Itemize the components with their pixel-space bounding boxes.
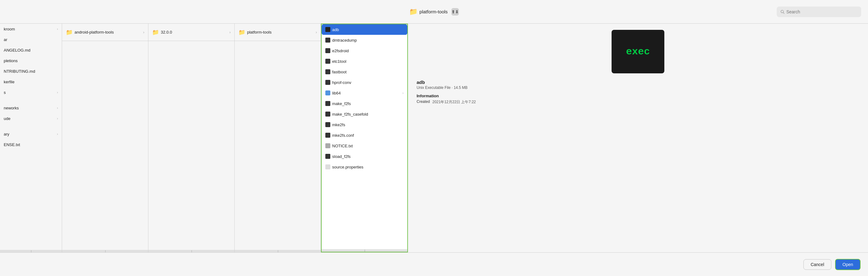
exec-icon (326, 37, 330, 43)
folder-icon: 📁 (66, 29, 73, 36)
chevron-right-icon: › (143, 30, 144, 34)
list-item-make_f2fs_casefold[interactable]: make_f2fs_casefold (321, 109, 407, 119)
exec-preview-text: exec (626, 46, 650, 57)
preview-panel: exec adb Unix Executable File · 14.5 MB … (408, 24, 868, 252)
text-file-icon (326, 143, 330, 148)
item-label: ude (4, 116, 10, 121)
cancel-button[interactable]: Cancel (803, 259, 831, 270)
item-label: ar (4, 37, 7, 42)
item-label: etc1tool (332, 59, 346, 64)
list-item[interactable]: s › (0, 87, 62, 98)
list-item[interactable]: pletions (0, 55, 62, 66)
search-box[interactable] (777, 6, 861, 17)
chevron-right-icon: › (57, 106, 58, 110)
list-item-spacer (0, 124, 62, 129)
list-item[interactable]: NTRIBUTING.md (0, 66, 62, 77)
list-item-adb[interactable]: adb (321, 24, 407, 35)
chevron-right-icon: › (229, 30, 231, 34)
chevron-right-icon: › (402, 91, 404, 95)
list-item[interactable]: ary › (0, 129, 62, 139)
preview-info-section: Information (416, 93, 859, 98)
toolbar-title: platform-tools (420, 9, 448, 14)
main-content: kroom › ar ANGELOG.md pletions NTRIBUTIN… (0, 24, 868, 252)
item-label: make_f2fs_casefold (332, 112, 368, 116)
column-1-items: kroom › ar ANGELOG.md pletions NTRIBUTIN… (0, 24, 62, 250)
column-2: 📁 android-platform-tools › (62, 24, 148, 252)
list-item-e2fsdroid[interactable]: e2fsdroid (321, 45, 407, 56)
search-input[interactable] (786, 9, 858, 14)
item-label: NTRIBUTING.md (4, 69, 35, 74)
list-item-mke2fs[interactable]: mke2fs (321, 119, 407, 130)
item-label: ANGELOG.md (4, 48, 30, 53)
exec-icon (326, 48, 330, 53)
list-item-make_f2fs[interactable]: make_f2fs (321, 98, 407, 109)
list-item[interactable]: kroom › (0, 24, 62, 34)
scrollbar-col2[interactable] (62, 250, 148, 252)
item-label: fastboot (332, 70, 346, 74)
column-5: adb dmtracedump e2fsdroid etc1tool fastb… (321, 24, 408, 252)
exec-icon (326, 112, 330, 116)
item-label: kroom (4, 27, 15, 31)
scrollbar-col5[interactable] (321, 249, 407, 252)
item-label: ary (4, 132, 9, 136)
folder-icon: 📁 (409, 8, 417, 16)
exec-icon (326, 69, 330, 74)
list-item-notice-txt[interactable]: NOTICE.txt (321, 140, 407, 151)
column-1: kroom › ar ANGELOG.md pletions NTRIBUTIN… (0, 24, 62, 252)
exec-icon (326, 101, 330, 106)
list-item-etc1tool[interactable]: etc1tool (321, 56, 407, 66)
list-item[interactable]: neworks › (0, 103, 62, 113)
scrollbar-col1[interactable] (0, 250, 62, 252)
column-4-header: 📁 platform-tools › (235, 24, 321, 41)
item-label: mke2fs (332, 122, 345, 127)
list-item[interactable]: ENSE.txt (0, 139, 62, 150)
item-label: mke2fs.conf (332, 133, 354, 138)
list-item[interactable]: ar (0, 34, 62, 45)
chevron-right-icon: › (57, 116, 58, 120)
created-label: Created (416, 100, 430, 105)
item-label: kerfile (4, 80, 14, 84)
list-item[interactable]: ude › (0, 113, 62, 124)
exec-icon (326, 164, 330, 169)
column-4-title: platform-tools (247, 30, 272, 34)
column-4: 📁 platform-tools › (235, 24, 321, 252)
list-item[interactable]: ANGELOG.md (0, 45, 62, 55)
scrollbar-col4[interactable] (235, 250, 321, 252)
list-item-dmtracedump[interactable]: dmtracedump (321, 35, 407, 45)
item-label: ENSE.txt (4, 142, 20, 147)
list-item-source-properties[interactable]: source.properties (321, 162, 407, 172)
column-3: 📁 32.0.0 › (148, 24, 235, 252)
column-2-header: 📁 android-platform-tools › (62, 24, 148, 41)
chevron-right-icon: › (316, 30, 317, 34)
folder-icon (326, 90, 330, 95)
column-3-title: 32.0.0 (161, 30, 172, 34)
item-label: dmtracedump (332, 38, 357, 43)
list-item-hprof-conv[interactable]: hprof-conv (321, 77, 407, 88)
scrollbar-col3[interactable] (148, 250, 235, 252)
item-label: lib64 (332, 91, 341, 95)
exec-icon (326, 27, 330, 32)
folder-icon: 📁 (239, 29, 245, 36)
chevron-right-icon: › (57, 27, 58, 31)
column-2-title: android-platform-tools (74, 30, 114, 34)
exec-icon (326, 122, 330, 127)
preview-filename: adb (416, 80, 859, 85)
item-label: s (4, 90, 6, 95)
list-item-lib64[interactable]: lib64 › (321, 88, 407, 98)
path-spinner[interactable]: ⬆⬇ (452, 8, 459, 16)
preview-created-row: Created 2021年12月22日 上午7:22 (416, 100, 859, 105)
list-item-sload_f2fs[interactable]: sload_f2fs (321, 151, 407, 162)
open-button[interactable]: Open (835, 259, 861, 270)
list-item-spacer (0, 98, 62, 103)
item-label: source.properties (332, 165, 363, 169)
list-item-fastboot[interactable]: fastboot (321, 66, 407, 77)
item-label: hprof-conv (332, 80, 351, 85)
list-item-mke2fs-conf[interactable]: mke2fs.conf (321, 130, 407, 140)
item-label: sload_f2fs (332, 154, 350, 159)
toolbar-center: 📁 platform-tools ⬆⬇ (409, 8, 459, 16)
svg-line-1 (783, 12, 784, 13)
preview-thumbnail: exec (612, 30, 664, 73)
column-2-items (62, 41, 148, 250)
list-item[interactable]: kerfile (0, 77, 62, 87)
column-5-items: adb dmtracedump e2fsdroid etc1tool fastb… (321, 24, 407, 249)
